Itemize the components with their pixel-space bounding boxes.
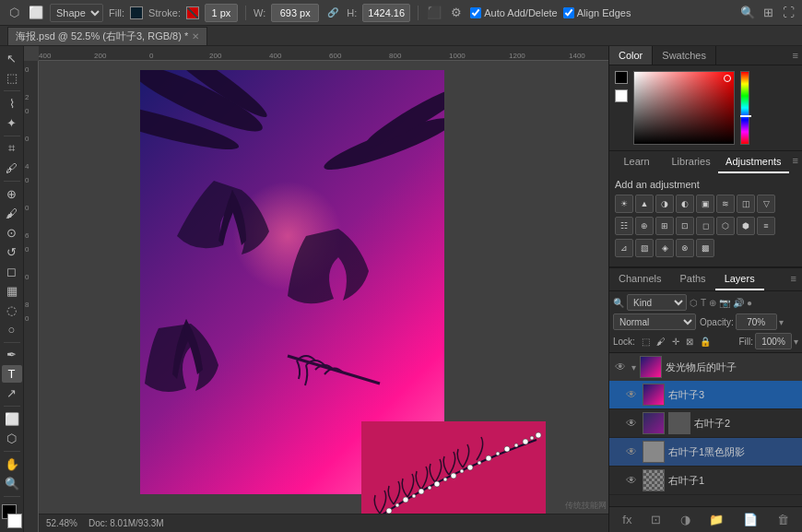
add-style-button[interactable]: fx [619, 511, 635, 528]
link-icon[interactable]: 🔗 [324, 5, 341, 21]
pen-tool[interactable]: ✒ [2, 346, 22, 363]
color-spectrum[interactable] [633, 71, 735, 145]
adj-gradient-map[interactable]: ⬢ [737, 217, 755, 235]
opacity-chevron[interactable]: ▾ [779, 317, 784, 327]
tab-layers[interactable]: Layers [715, 268, 764, 290]
tab-swatches[interactable]: Swatches [653, 46, 716, 65]
layer-vis-right3[interactable]: 👁 [624, 387, 639, 402]
layer-item-right3[interactable]: 👁 右叶子3 [609, 381, 802, 409]
color-panel-menu[interactable]: ≡ [789, 46, 802, 65]
tab-libraries[interactable]: Libraries [664, 151, 718, 173]
layers-panel-menu[interactable]: ≡ [785, 268, 802, 290]
shape-select[interactable]: Shape [50, 4, 103, 22]
adj-extra2[interactable]: ▧ [635, 239, 654, 257]
shape-tool-left[interactable]: ⬜ [2, 410, 22, 428]
gear-icon[interactable]: ⚙ [448, 5, 465, 21]
layer-item-right2[interactable]: 👁 右叶子2 [609, 409, 802, 438]
path-select-tool[interactable]: ↗ [2, 384, 22, 402]
adj-threshold[interactable]: ⬡ [716, 217, 735, 235]
lock-all[interactable]: 🔒 [698, 336, 713, 348]
layer-vis-shadow[interactable]: 👁 [624, 444, 639, 459]
3d-tool[interactable]: ⬡ [2, 430, 22, 447]
adj-hue-sat[interactable]: ≋ [716, 195, 735, 213]
eraser-tool[interactable]: ◻ [2, 263, 22, 280]
brush-tool[interactable]: 🖌 [2, 205, 22, 222]
delete-layer-button[interactable]: 🗑 [773, 511, 793, 528]
fg-bg-colors[interactable] [2, 504, 22, 528]
adj-posterize[interactable]: ◻ [696, 217, 714, 235]
layer-item-shadow[interactable]: 👁 右叶子1黑色阴影 [609, 438, 802, 467]
healing-tool[interactable]: ⊕ [2, 185, 22, 203]
select-tool[interactable]: ⬚ [2, 69, 22, 87]
adj-levels[interactable]: ▲ [635, 195, 654, 213]
fg-color-box[interactable] [615, 71, 628, 84]
tab-adjustments[interactable]: Adjustments [718, 151, 789, 173]
shape-tool-icon[interactable]: ⬜ [28, 5, 44, 21]
adj-channel-mixer[interactable]: ⊕ [635, 217, 654, 235]
hand-tool[interactable]: ✋ [2, 455, 22, 473]
layer-vis-right2[interactable]: 👁 [624, 416, 639, 431]
align-icon[interactable]: ⬛ [426, 5, 442, 21]
gradient-tool[interactable]: ▦ [2, 282, 22, 300]
tab-channels[interactable]: Channels [609, 268, 670, 290]
new-layer-button[interactable]: 📄 [739, 511, 761, 528]
layer-mode-select[interactable]: Normal [613, 313, 696, 330]
adjust-panel-menu[interactable]: ≡ [789, 151, 802, 173]
auto-add-delete-checkbox[interactable] [470, 7, 481, 18]
canvas-area[interactable]: 400 200 0 200 400 600 800 1000 1200 1400… [24, 46, 608, 532]
adj-vibrance[interactable]: ▣ [696, 195, 714, 213]
group-vis-icon[interactable]: 👁 [613, 360, 628, 374]
fill-chevron[interactable]: ▾ [794, 337, 798, 347]
adj-black-white[interactable]: ▽ [757, 195, 775, 213]
bg-color-box[interactable] [615, 89, 628, 102]
fill-input[interactable] [755, 333, 792, 349]
adj-extra5[interactable]: ▩ [696, 239, 714, 257]
zoom-tool[interactable]: 🔍 [2, 475, 22, 492]
stroke-color-swatch[interactable] [186, 6, 199, 19]
layer-item-right1[interactable]: 👁 右叶子1 [609, 467, 802, 495]
add-mask-button[interactable]: ⊡ [647, 511, 665, 528]
tab-paths[interactable]: Paths [670, 268, 714, 290]
lock-transparency[interactable]: ⬚ [640, 336, 652, 348]
adj-selective-color[interactable]: ≡ [757, 217, 775, 235]
adj-curves[interactable]: ◑ [655, 195, 674, 213]
new-adjustment-button[interactable]: ◑ [677, 511, 694, 528]
lock-position[interactable]: ✛ [670, 336, 681, 348]
color-hue-bar[interactable] [740, 71, 749, 145]
opacity-input[interactable] [736, 313, 777, 330]
magic-wand-tool[interactable]: ✦ [2, 114, 22, 132]
adj-color-lookup[interactable]: ⊞ [655, 217, 674, 235]
layer-kind-select[interactable]: Kind [627, 294, 687, 311]
clone-tool[interactable]: ⊙ [2, 224, 22, 242]
group-expand-icon[interactable]: ▾ [631, 362, 636, 372]
adj-brightness[interactable]: ☀ [615, 195, 633, 213]
align-edges-checkbox[interactable] [563, 7, 574, 18]
adj-extra1[interactable]: ⊿ [615, 239, 633, 257]
document-tab[interactable]: 海报.psd @ 52.5% (右叶子3, RGB/8) * ✕ [7, 27, 207, 45]
adj-extra3[interactable]: ◈ [655, 239, 674, 257]
height-input[interactable] [362, 4, 410, 22]
lock-pixels[interactable]: 🖌 [655, 336, 667, 348]
adj-invert[interactable]: ⊡ [676, 217, 694, 235]
arrange-icon[interactable]: ⊞ [760, 5, 776, 21]
width-input[interactable] [271, 4, 319, 22]
eyedropper-tool[interactable]: 🖋 [2, 160, 22, 177]
adj-exposure[interactable]: ◐ [676, 195, 694, 213]
lock-artboards[interactable]: ⊠ [684, 336, 695, 348]
history-brush-tool[interactable]: ↺ [2, 243, 22, 261]
dodge-tool[interactable]: ○ [2, 321, 22, 338]
blur-tool[interactable]: ◌ [2, 301, 22, 319]
crop-tool[interactable]: ⌗ [2, 140, 22, 158]
search-icon[interactable]: 🔍 [739, 5, 756, 21]
adj-extra4[interactable]: ⊗ [676, 239, 694, 257]
new-group-button[interactable]: 📁 [705, 511, 727, 528]
type-tool[interactable]: T [2, 365, 22, 383]
tab-close-button[interactable]: ✕ [192, 31, 199, 41]
stroke-width-input[interactable] [205, 4, 238, 22]
tab-learn[interactable]: Learn [609, 151, 664, 173]
layer-vis-right1[interactable]: 👁 [624, 473, 639, 488]
fullscreen-icon[interactable]: ⛶ [780, 5, 796, 21]
adj-color-balance[interactable]: ◫ [737, 195, 755, 213]
layer-group-header[interactable]: 👁 ▾ 发光物后的叶子 [609, 353, 802, 381]
adj-photo-filter[interactable]: ☷ [615, 217, 633, 235]
